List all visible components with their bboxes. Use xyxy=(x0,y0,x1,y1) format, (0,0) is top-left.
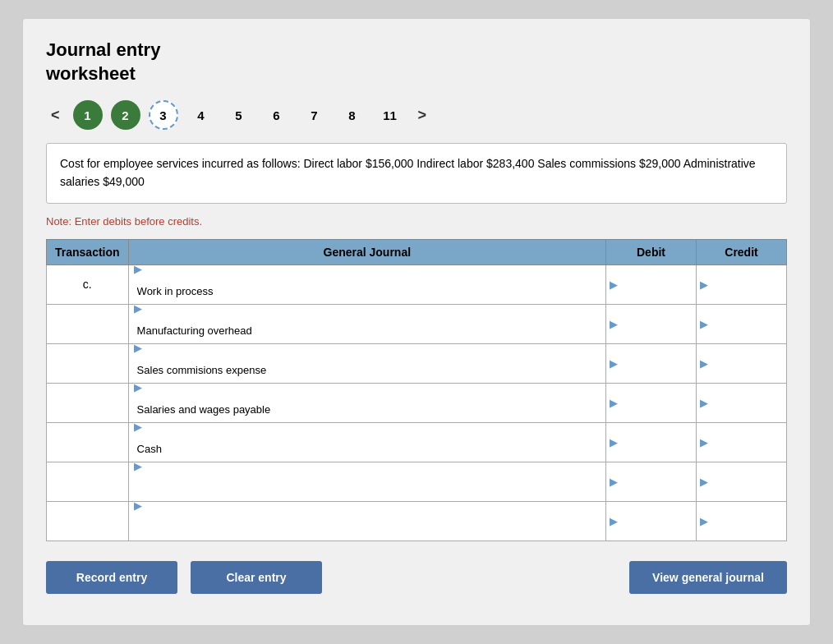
journal-cell[interactable]: ▶ xyxy=(128,422,605,462)
debit-arrow-icon: ▶ xyxy=(610,357,618,370)
credit-cell[interactable]: ▶ xyxy=(697,383,787,422)
debit-cell[interactable]: ▶ xyxy=(606,264,697,304)
credit-cell[interactable]: ▶ xyxy=(697,501,787,540)
credit-arrow-icon: ▶ xyxy=(700,436,708,448)
table-row: ▶▶▶ xyxy=(47,304,787,343)
description-text: Cost for employee services incurred as f… xyxy=(60,157,756,188)
debit-cell[interactable]: ▶ xyxy=(606,462,697,501)
journal-cell[interactable]: ▶ xyxy=(128,304,605,343)
journal-table: Transaction General Journal Debit Credit… xyxy=(46,239,787,541)
page-btn-4[interactable]: 4 xyxy=(186,100,216,130)
debit-input[interactable] xyxy=(606,384,696,422)
table-row: ▶▶▶ xyxy=(47,501,787,540)
journal-arrow-icon: ▶ xyxy=(134,460,142,472)
journal-arrow-icon: ▶ xyxy=(134,263,142,275)
journal-cell[interactable]: ▶ xyxy=(128,462,605,501)
debit-arrow-icon: ▶ xyxy=(610,476,618,488)
journal-input[interactable] xyxy=(134,275,601,307)
transaction-cell xyxy=(47,383,129,422)
journal-arrow-icon: ▶ xyxy=(134,381,142,393)
credit-arrow-icon: ▶ xyxy=(700,318,708,330)
page-btn-1[interactable]: 1 xyxy=(73,100,103,130)
debit-cell[interactable]: ▶ xyxy=(606,501,697,540)
page-btn-2[interactable]: 2 xyxy=(111,100,140,130)
journal-cell[interactable]: ▶ xyxy=(128,501,605,540)
credit-input[interactable] xyxy=(697,305,786,343)
journal-input[interactable] xyxy=(134,393,601,426)
credit-cell[interactable]: ▶ xyxy=(697,264,787,304)
journal-cell[interactable]: ▶ xyxy=(128,264,605,304)
credit-input[interactable] xyxy=(697,265,786,304)
credit-input[interactable] xyxy=(697,423,786,462)
credit-cell[interactable]: ▶ xyxy=(697,422,787,462)
table-row: ▶▶▶ xyxy=(47,422,787,462)
debit-input[interactable] xyxy=(606,462,696,501)
debit-arrow-icon: ▶ xyxy=(610,278,618,291)
credit-arrow-icon: ▶ xyxy=(700,476,708,488)
journal-arrow-icon: ▶ xyxy=(134,421,142,433)
credit-arrow-icon: ▶ xyxy=(700,515,708,527)
table-row: ▶▶▶ xyxy=(47,343,787,383)
journal-arrow-icon: ▶ xyxy=(134,499,142,512)
journal-cell[interactable]: ▶ xyxy=(128,343,605,383)
credit-input[interactable] xyxy=(697,344,786,383)
debit-cell[interactable]: ▶ xyxy=(606,422,697,462)
transaction-cell xyxy=(47,304,129,343)
transaction-cell xyxy=(47,462,129,501)
credit-cell[interactable]: ▶ xyxy=(697,462,787,501)
transaction-cell xyxy=(47,422,129,462)
journal-arrow-icon: ▶ xyxy=(134,342,142,354)
debit-input[interactable] xyxy=(606,502,696,540)
journal-arrow-icon: ▶ xyxy=(134,302,142,315)
journal-input[interactable] xyxy=(134,472,601,504)
page-btn-11[interactable]: 11 xyxy=(375,100,405,130)
transaction-cell xyxy=(47,501,129,540)
debit-arrow-icon: ▶ xyxy=(610,436,618,448)
debit-cell[interactable]: ▶ xyxy=(606,304,697,343)
debit-input[interactable] xyxy=(606,265,696,304)
debit-input[interactable] xyxy=(606,423,696,462)
transaction-cell xyxy=(47,343,129,383)
next-arrow[interactable]: > xyxy=(413,104,432,127)
journal-cell[interactable]: ▶ xyxy=(128,383,605,422)
debit-cell[interactable]: ▶ xyxy=(606,383,697,422)
debit-arrow-icon: ▶ xyxy=(610,515,618,527)
record-entry-button[interactable]: Record entry xyxy=(46,561,177,594)
debit-arrow-icon: ▶ xyxy=(610,397,618,409)
view-general-journal-button[interactable]: View general journal xyxy=(629,561,787,594)
credit-input[interactable] xyxy=(697,462,786,501)
col-header-debit: Debit xyxy=(606,239,697,264)
credit-arrow-icon: ▶ xyxy=(700,278,708,291)
page-btn-6[interactable]: 6 xyxy=(262,100,292,130)
table-row: c.▶▶▶ xyxy=(47,264,787,304)
credit-input[interactable] xyxy=(697,502,786,540)
table-row: ▶▶▶ xyxy=(47,383,787,422)
debit-input[interactable] xyxy=(606,344,696,383)
credit-cell[interactable]: ▶ xyxy=(697,304,787,343)
debit-arrow-icon: ▶ xyxy=(610,318,618,330)
journal-input[interactable] xyxy=(134,433,601,465)
pagination: < 1 2 3 4 5 6 7 8 11 > xyxy=(46,100,787,130)
page-btn-3[interactable]: 3 xyxy=(149,100,178,130)
journal-input[interactable] xyxy=(134,354,601,386)
prev-arrow[interactable]: < xyxy=(46,104,65,127)
transaction-cell: c. xyxy=(47,264,129,304)
table-row: ▶▶▶ xyxy=(47,462,787,501)
debit-input[interactable] xyxy=(606,305,696,343)
col-header-credit: Credit xyxy=(697,239,787,264)
credit-input[interactable] xyxy=(697,384,786,422)
page-btn-8[interactable]: 8 xyxy=(338,100,367,130)
credit-cell[interactable]: ▶ xyxy=(697,343,787,383)
journal-input[interactable] xyxy=(134,315,601,347)
col-header-journal: General Journal xyxy=(128,239,605,264)
page-btn-7[interactable]: 7 xyxy=(300,100,329,130)
credit-arrow-icon: ▶ xyxy=(700,397,708,409)
worksheet-container: Journal entry worksheet < 1 2 3 4 5 6 7 … xyxy=(22,18,811,626)
clear-entry-button[interactable]: Clear entry xyxy=(191,561,322,594)
credit-arrow-icon: ▶ xyxy=(700,357,708,370)
col-header-transaction: Transaction xyxy=(47,239,129,264)
page-btn-5[interactable]: 5 xyxy=(224,100,254,130)
journal-input[interactable] xyxy=(134,512,601,544)
note-text: Note: Enter debits before credits. xyxy=(46,215,787,228)
debit-cell[interactable]: ▶ xyxy=(606,343,697,383)
